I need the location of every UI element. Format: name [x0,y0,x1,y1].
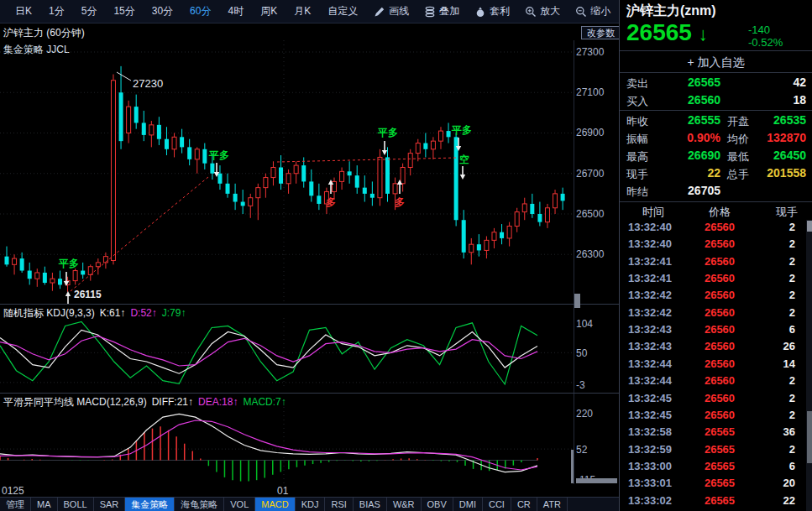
macd-diff-value: DIFF:21↑ [152,396,193,408]
tool-label: 缩小 [590,4,610,18]
tape-time: 13:32:40 [628,221,682,233]
axis-scrollbar-thumb[interactable] [574,294,580,308]
svg-text:平多: 平多 [58,258,79,269]
period-tab-日K[interactable]: 日K [7,4,40,18]
indicator-tab-RSI[interactable]: RSI [325,498,353,511]
tape-header-2: 现手 [776,205,798,220]
last-price: 26565 ↓ [626,19,708,46]
period-tab-自定义[interactable]: 自定义 [319,4,366,18]
indicator-tab-集金策略[interactable]: 集金策略 [125,498,175,511]
quote-value-均价: 132870 [747,131,806,144]
tape-scrollbar-track[interactable] [806,220,812,511]
indicator-tab-管理[interactable]: 管理 [0,498,31,511]
price-axis-label: 27300 [576,46,604,58]
tape-volume: 2 [752,289,795,301]
kdj-k-value: K:61↑ [100,307,126,319]
indicator-tab-bar: 管理MABOLLSAR集金策略海龟策略VOLMACDKDJRSIBIASW&RO… [0,497,619,511]
tape-time: 13:32:58 [628,425,682,438]
horizontal-scrollbar-thumb[interactable] [576,478,617,483]
indicator-tab-VOL[interactable]: VOL [224,498,255,511]
panel-resize-handle[interactable] [571,450,574,483]
indicator-tab-MACD[interactable]: MACD [255,498,295,511]
tape-time: 13:32:40 [628,237,682,250]
svg-text:多: 多 [395,196,405,208]
quote-count-卖出: 42 [747,76,806,89]
svg-text:平多: 平多 [377,127,398,138]
indicator-tab-ATR[interactable]: ATR [537,498,568,511]
period-tab-60分[interactable]: 60分 [181,4,219,18]
tool-label: 放大 [540,4,560,18]
indicator-tab-海龟策略[interactable]: 海龟策略 [175,498,224,511]
quote-value-买入: 26560 [668,93,720,107]
quote-count-买入: 18 [747,93,806,107]
price-axis-label: 26900 [576,127,604,138]
tape-time: 13:32:41 [628,255,682,268]
macd-chart [0,407,574,485]
tape-volume: 26 [752,340,795,352]
quote-value-最低: 26450 [747,149,806,162]
tape-volume: 2 [752,392,795,404]
tape-volume: 36 [752,425,795,438]
tape-scrollbar-up-button[interactable] [807,221,812,232]
chart-title: 沪锌主力 (60分钟) [3,26,85,40]
period-tab-5分[interactable]: 5分 [73,4,106,18]
kdj-chart [0,318,574,388]
svg-text:平多: 平多 [208,149,229,161]
price-axis-label: 26700 [576,168,604,180]
tape-time: 13:32:43 [628,340,682,352]
tool-zoom-out[interactable]: 缩小 [568,4,618,18]
macd-axis-label: 220 [576,408,593,420]
price-axis-label: 26500 [576,208,604,220]
tape-volume: 2 [752,221,795,233]
macd-dea-value: DEA:18↑ [198,396,238,408]
indicator-tab-DMI[interactable]: DMI [453,498,483,511]
tape-price: 26565 [692,460,747,472]
layers-icon [424,6,436,18]
indicator-tab-MA[interactable]: MA [31,498,58,511]
quote-label-开盘: 开盘 [727,114,749,129]
moneybag-icon [474,6,486,18]
indicator-tab-W&R[interactable]: W&R [387,498,422,511]
indicator-tab-SAR[interactable]: SAR [94,498,126,511]
indicator-tab-BIAS[interactable]: BIAS [354,498,387,511]
kdj-j-value: J:79↑ [162,307,186,319]
quote-label-最高: 最高 [626,149,648,164]
add-watchlist-button[interactable]: + 加入自选 [620,50,812,73]
indicator-tab-KDJ[interactable]: KDJ [296,498,326,511]
tape-scrollbar-thumb[interactable] [807,411,812,463]
tape-time: 13:32:44 [628,374,682,387]
tool-zoom-in[interactable]: 放大 [517,4,568,18]
x-axis-tick-01: 01 [277,485,288,497]
tool-moneybag[interactable]: 套利 [467,4,517,18]
tool-layers[interactable]: 叠加 [416,4,467,18]
tape-time: 13:32:42 [628,289,682,301]
period-toolbar: 日K1分5分15分30分60分4时周K月K自定义画线叠加套利放大缩小 [0,0,619,23]
quote-label-现手: 现手 [626,167,648,182]
period-tab-30分[interactable]: 30分 [144,4,181,18]
period-tab-周K[interactable]: 周K [252,4,286,18]
indicator-tab-CR[interactable]: CR [511,498,537,511]
tape-volume: 2 [752,306,795,319]
change-params-button[interactable]: 改参数 [581,26,621,39]
period-tab-1分[interactable]: 1分 [40,4,73,18]
period-tab-4时[interactable]: 4时 [219,4,252,18]
tape-price: 26560 [692,357,747,370]
tape-time: 13:32:41 [628,272,682,284]
tape-time: 13:33:02 [628,494,682,507]
indicator-tab-OBV[interactable]: OBV [422,498,453,511]
svg-text:平多: 平多 [451,124,472,136]
quote-label-最低: 最低 [727,149,749,164]
indicator-tab-CCI[interactable]: CCI [483,498,511,511]
tape-price: 26560 [692,272,747,284]
period-tab-月K[interactable]: 月K [286,4,319,18]
svg-text:空: 空 [459,154,469,165]
tape-header-0: 时间 [642,205,664,220]
tool-pencil[interactable]: 画线 [366,4,416,18]
quote-value-现手: 22 [660,166,720,180]
tape-time: 13:32:43 [628,323,682,336]
indicator-tab-BOLL[interactable]: BOLL [58,498,94,511]
tape-price: 26560 [692,221,747,233]
period-tab-15分[interactable]: 15分 [105,4,143,18]
tape-price: 26560 [692,409,747,421]
x-axis-tick-0125: 0125 [2,485,24,497]
